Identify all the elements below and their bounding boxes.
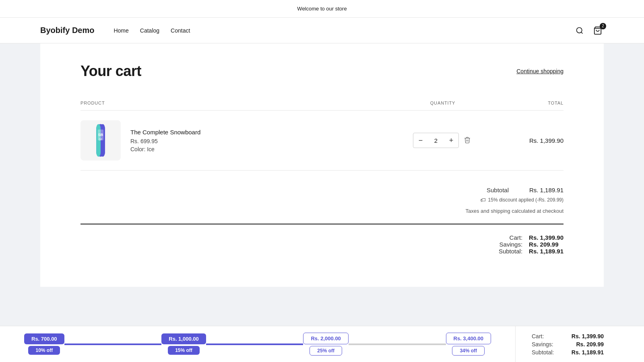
store-banner: Welcome to our store	[0, 0, 644, 18]
item-total: Rs. 1,399.90	[483, 137, 564, 144]
cart-header: Your cart Continue shopping	[80, 63, 564, 80]
cart-total-row: Cart: Rs. 1,399.90	[490, 234, 564, 241]
taxes-note: Taxes and shipping calculated at checkou…	[80, 208, 564, 224]
decrease-quantity-button[interactable]: −	[413, 133, 428, 148]
col-product: PRODUCT	[80, 101, 402, 105]
cart-table-header: PRODUCT QUANTITY TOTAL	[80, 96, 564, 111]
quantity-cell: − 2 +	[402, 133, 483, 148]
main-content: Your cart Continue shopping PRODUCT QUAN…	[40, 43, 604, 287]
trash-icon	[464, 136, 471, 144]
nav-contact[interactable]: Contact	[171, 27, 190, 34]
continue-shopping-link[interactable]: Continue shopping	[516, 68, 564, 74]
cart-title: Your cart	[80, 63, 141, 80]
nav-home[interactable]: Home	[114, 27, 128, 34]
cart-total-label: Cart:	[490, 234, 522, 241]
cart-button[interactable]: 2	[592, 25, 604, 37]
product-cell: SB DF The Complete Snowboard Rs. 699.95 …	[80, 120, 402, 160]
logo[interactable]: Byobify Demo	[40, 26, 94, 35]
subtotal2-row: Subtotal: Rs. 1,189.91	[490, 248, 564, 255]
savings-row: Savings: Rs. 209.99	[490, 241, 564, 248]
subtotal-row: Subtotal Rs. 1,189.91	[80, 187, 564, 193]
bottom-summary: Cart: Rs. 1,399.90 Savings: Rs. 209.99 S…	[80, 234, 564, 255]
tag-icon: 🏷	[480, 197, 486, 203]
cart-total-summary: Cart: Rs. 1,399.90 Savings: Rs. 209.99 S…	[490, 234, 564, 255]
product-price: Rs. 699.95	[130, 138, 200, 144]
savings-label: Savings:	[490, 241, 522, 248]
cart-total-value: Rs. 1,399.90	[529, 234, 564, 241]
quantity-value: 2	[428, 137, 444, 144]
cart-summary: Subtotal Rs. 1,189.91 🏷 15% discount app…	[80, 187, 564, 255]
svg-text:DF: DF	[99, 138, 103, 141]
delete-item-button[interactable]	[462, 135, 473, 146]
increase-quantity-button[interactable]: +	[444, 133, 458, 148]
discount-note: 🏷 15% discount applied (-Rs. 209.99)	[80, 197, 564, 203]
subtotal-value: Rs. 1,189.91	[515, 187, 564, 193]
svg-line-1	[581, 32, 583, 33]
col-total: TOTAL	[483, 101, 564, 105]
cart-badge: 2	[600, 23, 606, 29]
banner-text: Welcome to our store	[297, 6, 347, 12]
search-icon	[576, 27, 584, 35]
product-image: SB DF	[80, 120, 121, 160]
product-color: Color: Ice	[130, 146, 200, 152]
search-button[interactable]	[574, 25, 585, 36]
product-info: The Complete Snowboard Rs. 699.95 Color:…	[130, 129, 200, 152]
discount-text: 15% discount applied (-Rs. 209.99)	[488, 197, 564, 203]
subtotal-label: Subtotal	[487, 187, 509, 193]
table-row: SB DF The Complete Snowboard Rs. 699.95 …	[80, 111, 564, 171]
header: Byobify Demo Home Catalog Contact 2	[0, 18, 644, 43]
svg-point-0	[577, 27, 582, 33]
nav-catalog[interactable]: Catalog	[140, 27, 159, 34]
col-quantity: QUANTITY	[402, 101, 483, 105]
savings-value: Rs. 209.99	[529, 241, 558, 248]
snowboard-image: SB DF	[89, 122, 113, 158]
header-icons: 2	[574, 25, 604, 37]
quantity-box: − 2 +	[413, 133, 459, 148]
subtotal2-label: Subtotal:	[490, 248, 522, 255]
product-name: The Complete Snowboard	[130, 129, 200, 136]
svg-text:SB: SB	[98, 133, 103, 137]
subtotal2-value: Rs. 1,189.91	[529, 248, 564, 255]
main-nav: Home Catalog Contact	[114, 27, 574, 34]
